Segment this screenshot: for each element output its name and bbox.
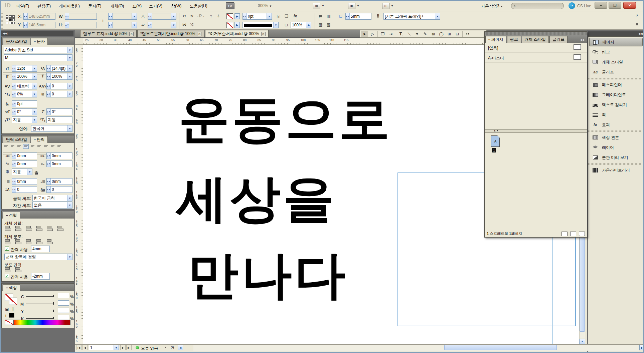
tab-color[interactable]: ⬩⬩색상 bbox=[3, 284, 20, 291]
dock-text-wrap-button[interactable]: 텍스트 감싸기 bbox=[589, 100, 643, 109]
height-field[interactable]: ▲▼ bbox=[65, 22, 97, 28]
cyan-value-field[interactable] bbox=[58, 293, 69, 298]
vertical-ruler[interactable]: 6 57 07 58 08 59 09 51 0 01 0 51 1 01 1 … bbox=[75, 45, 83, 344]
headline-line-1[interactable]: 운동으로 bbox=[179, 94, 392, 145]
distribute-bottom-button[interactable] bbox=[26, 239, 32, 244]
stroke-type-dropdown[interactable]: ▼ bbox=[243, 22, 279, 28]
select-content-icon[interactable]: ⫰ bbox=[215, 13, 222, 19]
magenta-slider[interactable] bbox=[26, 301, 56, 305]
last-line-indent-field[interactable]: ▲▼0mm bbox=[46, 160, 72, 167]
chevron-down-icon[interactable]: ▼ bbox=[32, 65, 37, 71]
distribute-top-button[interactable] bbox=[5, 239, 11, 244]
gap-tool[interactable]: ⇥ bbox=[387, 31, 394, 37]
use-spacing-checkbox[interactable]: ✓ bbox=[5, 247, 9, 251]
search-input[interactable]: ⌕ bbox=[511, 3, 564, 9]
skew-field[interactable]: ▲▼0° bbox=[46, 108, 72, 115]
tsume-field[interactable]: ▲▼0%▼ bbox=[12, 91, 37, 97]
menu-layout[interactable]: 레이아웃(L) bbox=[59, 3, 80, 9]
splitter-arrows-icon[interactable]: ▲▼ bbox=[493, 129, 499, 132]
wrap-bounding-icon[interactable]: ▥ bbox=[325, 13, 332, 19]
justify-right-button[interactable] bbox=[36, 144, 42, 149]
dock-library-button[interactable]: 가은라이브러리 bbox=[589, 166, 643, 174]
kerning-field[interactable]: ▲▼메트릭▼ bbox=[12, 83, 37, 89]
fill-swatch[interactable] bbox=[226, 22, 233, 28]
document-tab-active[interactable]: *이거무슨서체.indd @ 300% ✕ bbox=[205, 30, 268, 37]
font-style-dropdown[interactable]: M▼ bbox=[4, 54, 72, 61]
distribute-vcenter-button[interactable] bbox=[15, 239, 21, 244]
scale-x-field[interactable]: ▲▼▼ bbox=[108, 13, 137, 20]
select-container-icon[interactable]: ⌐P¬ bbox=[197, 13, 204, 19]
wrap-none-icon[interactable]: ▤ bbox=[317, 13, 324, 19]
space-before-field[interactable]: ▲▼0mm bbox=[12, 178, 37, 185]
frame-grid-tool[interactable]: ⊞ bbox=[446, 31, 453, 37]
dropcap-lines-field[interactable]: ▲▼0 bbox=[12, 186, 37, 193]
rotate-ccw-icon[interactable]: ↺ bbox=[181, 13, 188, 19]
space-after-field[interactable]: ▲▼0mm bbox=[46, 178, 72, 185]
tab-align[interactable]: ⬩⬩정렬 bbox=[3, 212, 20, 219]
horizontal-scale-field[interactable]: ▲▼100%▼ bbox=[46, 73, 72, 80]
view-options-dropdown[interactable]: ▦▼ bbox=[313, 2, 328, 9]
stroke-flyout-arrow[interactable]: ▶ bbox=[234, 13, 240, 19]
align-right-edges-button[interactable] bbox=[26, 226, 32, 231]
tracking-field[interactable]: ▲▼0▼ bbox=[46, 83, 72, 89]
menu-help[interactable]: 도움말(H) bbox=[190, 3, 207, 9]
collapse-panels-bar[interactable]: ◀◀ bbox=[1, 31, 73, 36]
align-top-edges-button[interactable] bbox=[36, 226, 42, 231]
object-style-dropdown[interactable]: [기본 그래픽 프레임]+▼ bbox=[383, 13, 440, 20]
left-indent-field[interactable]: ▲▼0mm bbox=[12, 152, 37, 159]
tab-paragraph-styles[interactable]: 단락 스타일 bbox=[3, 136, 30, 143]
fill-flyout-arrow[interactable]: ▶ bbox=[234, 22, 240, 28]
master-row-none[interactable]: [없음] bbox=[485, 43, 587, 53]
align-vertical-centers-button[interactable] bbox=[47, 226, 53, 231]
tab-object-styles[interactable]: 개체 스타일 bbox=[522, 36, 549, 43]
headline-line-3[interactable]: 만나다 bbox=[188, 250, 348, 301]
first-page-button[interactable]: |◀ bbox=[76, 345, 82, 350]
spacing-value-field[interactable]: 4mm bbox=[31, 246, 50, 252]
spinner-icon[interactable]: ▲▼ bbox=[346, 13, 350, 19]
rectangle-frame-tool[interactable]: ⊠ bbox=[430, 31, 437, 37]
tab-paragraph[interactable]: ⬩⬩단락 bbox=[31, 136, 48, 143]
dock-object-styles-button[interactable]: 개체 스타일 bbox=[589, 58, 643, 66]
none-color-swatch[interactable] bbox=[5, 320, 14, 325]
scissors-tool[interactable]: ✂ bbox=[464, 31, 471, 37]
dock-gradient-button[interactable]: 그레이디언트 bbox=[589, 90, 643, 99]
spinner-icon[interactable]: ▲▼ bbox=[65, 22, 69, 28]
magenta-value-field[interactable] bbox=[58, 300, 69, 306]
stroke-swatch[interactable] bbox=[226, 13, 233, 19]
selection-tool[interactable]: ➤ bbox=[361, 31, 368, 37]
color-spectrum-ramp[interactable] bbox=[5, 320, 70, 325]
spinner-icon[interactable]: ▲▼ bbox=[47, 65, 51, 71]
horizontal-scroll-thumb[interactable] bbox=[444, 345, 557, 350]
last-page-button[interactable]: ▶| bbox=[126, 345, 132, 350]
distribute-hcenter-button[interactable] bbox=[47, 239, 53, 244]
scroll-right-button[interactable]: ▶ bbox=[639, 345, 644, 350]
frame-fitting-icon[interactable]: ◻ bbox=[337, 13, 344, 19]
reference-point-proxy[interactable] bbox=[6, 15, 15, 24]
close-icon[interactable]: ✕ bbox=[129, 32, 134, 36]
dock-pathfinder-button[interactable]: 패스파인더 bbox=[589, 80, 643, 89]
rotation-angle-field[interactable]: ▲▼▼ bbox=[148, 13, 176, 20]
dock-links-button[interactable]: 링크 bbox=[589, 48, 643, 56]
y-position-field[interactable]: ▲▼148,5mm bbox=[23, 22, 55, 28]
spinner-icon[interactable]: ▲▼ bbox=[12, 65, 16, 71]
close-button[interactable]: ✕ bbox=[623, 2, 636, 9]
panel-menu-icon[interactable]: ≡ bbox=[634, 21, 640, 27]
zoom-level-dropdown[interactable]: 300% ▼ bbox=[258, 3, 272, 8]
workspace-switcher[interactable]: 가은작업3 ▼ bbox=[481, 3, 503, 9]
spacing2-value-field[interactable]: -2mm bbox=[31, 273, 50, 280]
distribute-hspace-button[interactable] bbox=[15, 267, 21, 272]
composer-dropdown[interactable]: 자동 bbox=[46, 116, 72, 123]
menu-file[interactable]: 파일(F) bbox=[16, 3, 29, 9]
first-line-indent-field[interactable]: ▲▼0mm bbox=[12, 160, 37, 167]
flip-vertical-icon[interactable]: ⤨ bbox=[188, 22, 195, 28]
menu-view[interactable]: 보기(V) bbox=[149, 3, 162, 9]
rotate-cw-icon[interactable]: ↻ bbox=[188, 13, 195, 19]
align-left-button[interactable] bbox=[3, 144, 9, 149]
align-right-button[interactable] bbox=[16, 144, 22, 149]
constrain-link-icon[interactable]: ⫶ bbox=[100, 18, 106, 24]
scroll-left-button[interactable]: ◀ bbox=[178, 345, 183, 350]
dock-separations-button[interactable]: 분판 미리 보기 bbox=[589, 153, 643, 162]
dock-pages-button[interactable]: 페이지 bbox=[589, 38, 643, 46]
spinner-icon[interactable]: ▲▼ bbox=[65, 13, 69, 19]
swap-colors-icon[interactable]: t. bbox=[3, 313, 10, 319]
